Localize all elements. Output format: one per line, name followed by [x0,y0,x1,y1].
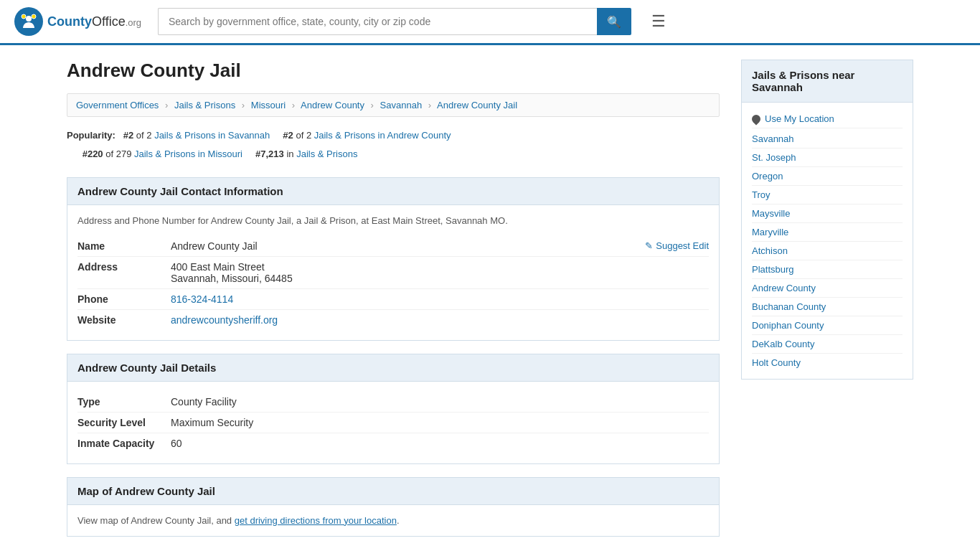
breadcrumb-jails-prisons[interactable]: Jails & Prisons [174,100,235,110]
logo-text: CountyOffice.org [47,14,141,29]
sidebar-item-atchison: Atchison [752,242,903,260]
sidebar-item-maryville: Maryville [752,223,903,242]
details-section-header: Andrew County Jail Details [67,354,720,382]
breadcrumb-sep-5: › [428,100,431,110]
use-location-item: Use My Location [752,110,903,128]
sidebar-item-troy: Troy [752,186,903,204]
map-description: View map of Andrew County Jail, and get … [77,515,709,526]
contact-section-header: Andrew County Jail Contact Information [67,177,720,205]
popularity-rank-1: #2 [123,130,133,141]
map-desc-before: View map of Andrew County Jail, and [77,515,235,526]
suggest-edit-link[interactable]: ✎ Suggest Edit [645,240,709,251]
sidebar-item-andrew-county: Andrew County [752,279,903,298]
logo[interactable]: CountyOffice.org [14,7,143,36]
sidebar-item-plattsburg: Plattsburg [752,260,903,279]
name-label: Name [77,240,171,252]
sidebar-item-dekalb-county: DeKalb County [752,335,903,354]
breadcrumb-andrew-county-jail[interactable]: Andrew County Jail [437,100,517,110]
contact-name-row: Name Andrew County Jail ✎ Suggest Edit [77,236,709,257]
sidebar-item-maysville: Maysville [752,204,903,223]
main-content: Andrew County Jail Government Offices › … [67,60,720,550]
details-section-body: Type County Facility Security Level Maxi… [67,382,720,464]
sidebar-body: Use My Location Savannah St. Joseph Oreg… [741,103,913,380]
popularity-link-1[interactable]: Jails & Prisons in Savannah [154,130,270,141]
address-label: Address [77,261,171,273]
popularity-desc-2: of 2 [296,130,314,141]
contact-section-body: Address and Phone Number for Andrew Coun… [67,205,720,341]
edit-icon: ✎ [645,240,653,251]
sidebar-item-holt-county: Holt County [752,354,903,372]
svg-point-2 [22,14,26,19]
sidebar-header: Jails & Prisons near Savannah [741,60,913,103]
type-label: Type [77,396,171,408]
phone-value: 816-324-4114 [171,293,709,305]
popularity-link-2[interactable]: Jails & Prisons in Andrew County [314,130,451,141]
phone-label: Phone [77,293,171,305]
popularity-desc-3: of 279 [105,149,134,159]
type-value: County Facility [171,396,709,408]
popularity-link-3[interactable]: Jails & Prisons in Missouri [134,149,242,159]
use-location-link[interactable]: Use My Location [765,113,834,124]
capacity-value: 60 [171,438,709,449]
popularity-label: Popularity: [67,130,116,141]
map-section-body: View map of Andrew County Jail, and get … [67,505,720,537]
breadcrumb-sep-3: › [292,100,295,110]
search-area: 🔍 [158,8,631,35]
popularity-link-4[interactable]: Jails & Prisons [296,149,357,159]
address-value: 400 East Main Street Savannah, Missouri,… [171,261,709,284]
phone-link[interactable]: 816-324-4114 [171,293,233,305]
svg-point-1 [26,16,32,22]
menu-button[interactable]: ☰ [646,9,672,34]
breadcrumb-sep-4: › [371,100,374,110]
website-label: Website [77,314,171,326]
sidebar: Jails & Prisons near Savannah Use My Loc… [741,60,913,550]
popularity-desc-4: in [286,149,296,159]
contact-address-row: Address 400 East Main Street Savannah, M… [77,257,709,289]
website-link[interactable]: andrewcountysheriff.org [171,314,278,326]
sidebar-item-st-joseph: St. Joseph [752,149,903,167]
page-title: Andrew County Jail [67,60,720,82]
address-line2: Savannah, Missouri, 64485 [171,273,709,284]
location-pin-icon [750,113,763,125]
driving-directions-link[interactable]: get driving directions from your locatio… [235,515,397,526]
sidebar-item-savannah: Savannah [752,130,903,149]
popularity-rank-2: #2 [283,130,293,141]
contact-description: Address and Phone Number for Andrew Coun… [77,215,709,226]
details-capacity-row: Inmate Capacity 60 [77,433,709,453]
contact-phone-row: Phone 816-324-4114 [77,289,709,310]
breadcrumb-andrew-county[interactable]: Andrew County [301,100,364,110]
svg-point-3 [32,14,36,19]
breadcrumb-savannah[interactable]: Savannah [380,100,423,110]
popularity-rank-3: #220 [83,149,103,159]
website-value: andrewcountysheriff.org [171,314,709,326]
details-type-row: Type County Facility [77,392,709,413]
search-input[interactable] [158,8,597,35]
search-icon: 🔍 [607,16,621,28]
popularity-rank-4: #7,213 [255,149,284,159]
breadcrumb-sep-1: › [165,100,168,110]
map-desc-after: . [397,515,400,526]
breadcrumb-government-offices[interactable]: Government Offices [76,100,159,110]
popularity-desc-1: of 2 [136,130,154,141]
contact-website-row: Website andrewcountysheriff.org [77,310,709,330]
sidebar-item-buchanan-county: Buchanan County [752,298,903,316]
popularity-bar: Popularity: #2 of 2 Jails & Prisons in S… [67,127,720,163]
breadcrumb-sep-2: › [242,100,245,110]
sidebar-item-oregon: Oregon [752,167,903,186]
logo-icon [14,7,43,36]
map-section-header: Map of Andrew County Jail [67,477,720,505]
breadcrumb: Government Offices › Jails & Prisons › M… [67,93,720,117]
breadcrumb-missouri[interactable]: Missouri [251,100,286,110]
capacity-label: Inmate Capacity [77,438,171,449]
security-value: Maximum Security [171,417,709,428]
address-line1: 400 East Main Street [171,261,709,273]
search-button[interactable]: 🔍 [597,8,631,35]
security-label: Security Level [77,417,171,428]
details-security-row: Security Level Maximum Security [77,413,709,433]
name-value: Andrew County Jail ✎ Suggest Edit [171,240,709,252]
menu-icon: ☰ [651,12,666,30]
sidebar-item-doniphan-county: Doniphan County [752,316,903,335]
